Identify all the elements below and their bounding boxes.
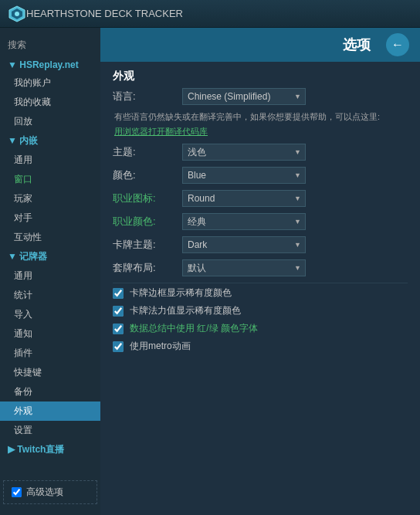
language-label: 语言: <box>113 90 182 103</box>
svg-point-2 <box>15 12 19 16</box>
sidebar-item-interactivity[interactable]: 互动性 <box>0 228 100 247</box>
theme-row: 主题: 浅色 深色 <box>113 144 408 161</box>
help-link[interactable]: 用浏览器打开翻译代码库 <box>113 126 408 137</box>
checkbox-metro-anim-label: 使用metro动画 <box>130 340 191 353</box>
logo-icon <box>8 5 26 23</box>
theme-label: 主题: <box>113 145 182 159</box>
deck-layout-label: 套牌布局: <box>113 261 182 275</box>
sidebar-section-hsreplay[interactable]: ▼ HSReplay.net <box>0 56 100 73</box>
advanced-options-label: 高级选项 <box>26 486 63 499</box>
sidebar-item-tracker-general[interactable]: 通用 <box>0 266 100 286</box>
deck-layout-select[interactable]: 默认 自定义 <box>182 259 306 276</box>
theme-select[interactable]: 浅色 深色 <box>182 144 306 161</box>
class-icon-label: 职业图标: <box>113 191 182 205</box>
deck-layout-row: 套牌布局: 默认 自定义 <box>113 259 408 276</box>
checkbox-row-4: 使用metro动画 <box>113 340 408 353</box>
class-icon-select[interactable]: Round Square <box>182 190 306 207</box>
language-select[interactable]: Chinese (Simplified) English German Fren… <box>182 88 306 105</box>
app-title: HEARTHSTONE DECK TRACKER <box>26 8 183 19</box>
checkbox-card-border[interactable] <box>113 288 124 299</box>
checkbox-row-2: 卡牌法力值显示稀有度颜色 <box>113 304 408 317</box>
divider-1 <box>113 283 408 283</box>
class-color-select-wrapper: 经典 标准 <box>182 213 306 230</box>
deck-layout-select-wrapper: 默认 自定义 <box>182 259 306 276</box>
sidebar-item-hotkeys[interactable]: 快捷键 <box>0 363 100 382</box>
sidebar-item-my-collection[interactable]: 我的收藏 <box>0 93 100 112</box>
page-header: 选项 ← <box>100 28 420 62</box>
class-color-select[interactable]: 经典 标准 <box>182 213 306 230</box>
color-select-wrapper: Blue Red Green Gold <box>182 167 306 184</box>
theme-select-wrapper: 浅色 深色 <box>182 144 306 161</box>
checkbox-card-mana[interactable] <box>113 306 124 317</box>
help-text: 有些语言仍然缺失或在翻译完善中，如果你想要提供帮助，可以点这里: <box>113 111 408 123</box>
sidebar-item-backup[interactable]: 备份 <box>0 382 100 401</box>
sidebar-section-twitch[interactable]: ▶ Twitch直播 <box>0 440 100 459</box>
sidebar-item-plugins[interactable]: 插件 <box>0 344 100 363</box>
sidebar: 搜索 ▼ HSReplay.net 我的账户 我的收藏 回放 ▼ 内嵌 通用 窗… <box>0 28 100 515</box>
sidebar-item-notify[interactable]: 通知 <box>0 324 100 344</box>
class-color-label: 职业颜色: <box>113 215 182 229</box>
sidebar-item-player[interactable]: 玩家 <box>0 189 100 208</box>
section-title: 外观 <box>100 62 420 88</box>
checkbox-data-color[interactable] <box>113 324 124 334</box>
color-label: 颜色: <box>113 168 182 182</box>
class-icon-row: 职业图标: Round Square <box>113 190 408 207</box>
sidebar-item-stats[interactable]: 统计 <box>0 286 100 305</box>
language-row: 语言: Chinese (Simplified) English German … <box>113 88 408 105</box>
card-theme-select[interactable]: Dark Light <box>182 236 306 253</box>
titlebar: HEARTHSTONE DECK TRACKER <box>0 0 420 28</box>
sidebar-search[interactable]: 搜索 <box>0 34 100 56</box>
checkbox-metro-anim[interactable] <box>113 341 124 352</box>
sidebar-section-embedded[interactable]: ▼ 内嵌 <box>0 131 100 151</box>
sidebar-item-appearance[interactable]: 外观 <box>0 401 100 421</box>
checkbox-card-border-label: 卡牌边框显示稀有度颜色 <box>130 286 232 300</box>
color-row: 颜色: Blue Red Green Gold <box>113 167 408 184</box>
checkbox-data-color-label: 数据总结中使用 红/绿 颜色字体 <box>130 322 258 335</box>
class-icon-select-wrapper: Round Square <box>182 190 306 207</box>
form-area: 语言: Chinese (Simplified) English German … <box>100 88 420 365</box>
sidebar-item-settings[interactable]: 设置 <box>0 421 100 440</box>
page-title: 选项 <box>343 36 371 54</box>
language-select-wrapper: Chinese (Simplified) English German Fren… <box>182 88 306 105</box>
sidebar-item-replay[interactable]: 回放 <box>0 112 100 131</box>
class-color-row: 职业颜色: 经典 标准 <box>113 213 408 230</box>
checkbox-card-mana-label: 卡牌法力值显示稀有度颜色 <box>130 304 241 317</box>
checkbox-row-1: 卡牌边框显示稀有度颜色 <box>113 286 408 300</box>
color-select[interactable]: Blue Red Green Gold <box>182 167 306 184</box>
sidebar-advanced-options[interactable]: 高级选项 <box>3 480 97 504</box>
card-theme-row: 卡牌主题: Dark Light <box>113 236 408 253</box>
sidebar-item-my-account[interactable]: 我的账户 <box>0 73 100 93</box>
checkbox-row-3: 数据总结中使用 红/绿 颜色字体 <box>113 322 408 335</box>
sidebar-item-embedded-general[interactable]: 通用 <box>0 151 100 170</box>
main-content: 选项 ← 外观 语言: Chinese (Simplified) English… <box>100 28 420 515</box>
sidebar-item-import[interactable]: 导入 <box>0 305 100 324</box>
sidebar-section-tracker[interactable]: ▼ 记牌器 <box>0 247 100 266</box>
advanced-options-checkbox[interactable] <box>12 487 22 497</box>
back-button[interactable]: ← <box>386 33 409 56</box>
card-theme-label: 卡牌主题: <box>113 238 182 252</box>
sidebar-item-window[interactable]: 窗口 <box>0 170 100 189</box>
card-theme-select-wrapper: Dark Light <box>182 236 306 253</box>
sidebar-item-opponent[interactable]: 对手 <box>0 208 100 228</box>
